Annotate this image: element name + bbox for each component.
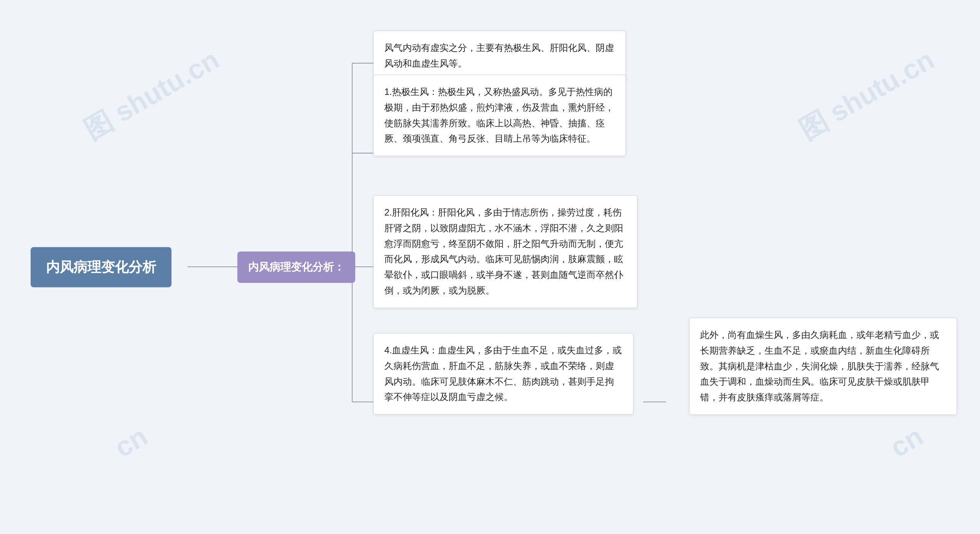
right-box-text: 此外，尚有血燥生风，多由久病耗血，或年老精亏血少，或长期营养缺乏，生血不足，或瘀… [700,330,939,402]
mid-label: 内风病理变化分析： [248,261,345,273]
branch1-text: 风气内动有虚实之分，主要有热极生风、肝阳化风、阴虚风动和血虚生风等。 [384,42,614,69]
branch3-text: 2.肝阳化风：肝阳化风，多由于情志所伤，操劳过度，耗伤肝肾之阴，以致阴虚阳亢，水… [384,207,623,296]
mindmap-container: 图 shutu.cn 图 shutu.cn cn cn 内风病理变化分析 内风病… [0,0,980,534]
branch3-box: 2.肝阳化风：肝阳化风，多由于情志所伤，操劳过度，耗伤肝肾之阴，以致阴虚阳亢，水… [373,195,637,308]
branch1-box: 风气内动有虚实之分，主要有热极生风、肝阳化风、阴虚风动和血虚生风等。 [373,31,626,81]
branch4-text: 4.血虚生风：血虚生风，多由于生血不足，或失血过多，或久病耗伤营血，肝血不足，筋… [384,345,622,402]
mid-node: 内风病理变化分析： [237,251,355,283]
watermark-1: 图 shutu.cn [77,41,225,148]
watermark-3: cn [109,420,153,463]
root-node: 内风病理变化分析 [31,247,172,287]
branch4-box: 4.血虚生风：血虚生风，多由于生血不足，或失血过多，或久病耗伤营血，肝血不足，筋… [373,333,634,415]
watermark-4: cn [885,420,928,463]
watermark-2: 图 shutu.cn [792,41,941,148]
branch2-text: 1.热极生风：热极生风，又称热盛风动。多见于热性病的极期，由于邪热炽盛，煎灼津液… [384,87,614,144]
root-label: 内风病理变化分析 [46,259,156,274]
branch2-box: 1.热极生风：热极生风，又称热盛风动。多见于热性病的极期，由于邪热炽盛，煎灼津液… [373,75,626,156]
right-box: 此外，尚有血燥生风，多由久病耗血，或年老精亏血少，或长期营养缺乏，生血不足，或瘀… [689,318,957,415]
